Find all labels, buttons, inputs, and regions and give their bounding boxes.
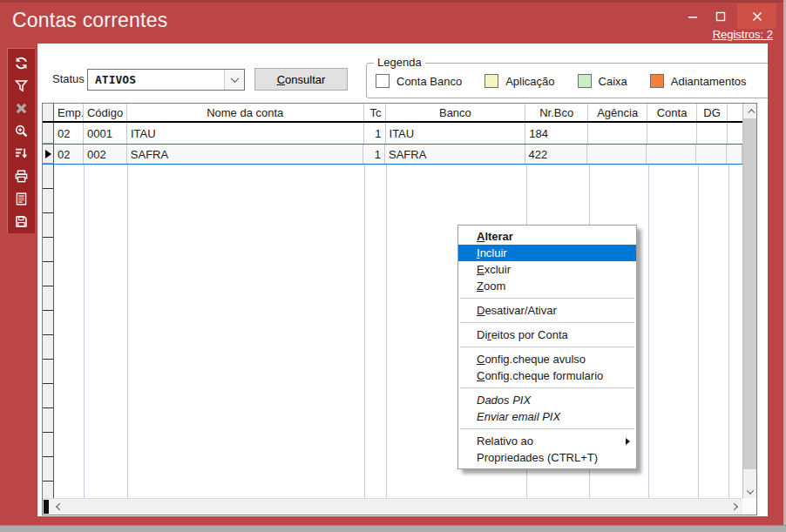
toolbar-filter-button[interactable]	[9, 74, 35, 97]
app-window: Contas correntes Registros: 2 Status ATI…	[0, 0, 786, 532]
table-row[interactable]: 02002SAFRA1SAFRA422	[43, 144, 743, 165]
toolbar-sort-button[interactable]	[9, 142, 35, 165]
legend-checkbox[interactable]	[484, 74, 498, 88]
row-selector-cell[interactable]	[43, 123, 54, 144]
combobox-dropdown-button[interactable]	[224, 70, 244, 90]
menu-item-direitos-por-conta[interactable]: Direitos por Conta	[458, 327, 636, 343]
scroll-down-button[interactable]	[743, 484, 756, 499]
grid-column-line	[386, 165, 387, 499]
horizontal-scrollbar-thumb[interactable]	[44, 500, 49, 514]
table-cell[interactable]: 02	[54, 123, 84, 144]
close-button[interactable]	[737, 3, 776, 29]
menu-item-propriedades-ctrl-t[interactable]: Propriedades (CTRL+T)	[458, 449, 636, 466]
toolbar-refresh-button[interactable]	[9, 51, 35, 74]
window-edge-bottom	[0, 525, 786, 532]
menu-item-alterar[interactable]: Alterar	[458, 228, 636, 245]
legend-item-4: Adiantamentos	[650, 74, 747, 88]
menu-item-excluir[interactable]: Excluir	[458, 261, 636, 278]
table-cell[interactable]	[587, 145, 647, 164]
row-selector-cell[interactable]	[43, 433, 53, 457]
toolbar-report-button[interactable]	[9, 187, 35, 210]
horizontal-scrollbar[interactable]	[43, 498, 743, 515]
row-selector-cell[interactable]	[43, 408, 53, 433]
row-selector-cell[interactable]	[43, 457, 53, 481]
table-cell[interactable]: 422	[525, 145, 588, 164]
grid-column-header[interactable]: Emp.	[54, 104, 84, 121]
legend-checkbox[interactable]	[376, 74, 390, 88]
scroll-left-button[interactable]	[51, 499, 65, 515]
grid-column-header[interactable]	[728, 104, 743, 121]
row-selector-cell[interactable]	[43, 189, 53, 213]
table-cell[interactable]	[588, 123, 647, 144]
menu-item-config-cheque-formulario[interactable]: Config.cheque formulario	[458, 367, 636, 384]
table-cell[interactable]: 1	[364, 123, 386, 144]
menu-item-relativo-ao[interactable]: Relativo ao	[458, 433, 636, 449]
toolbar-delete-button[interactable]	[9, 97, 35, 119]
menu-item-config-cheque-avulso[interactable]: Config.cheque avulso	[458, 351, 636, 367]
table-row[interactable]: 020001ITAU1ITAU184	[43, 123, 743, 144]
row-selector-cell[interactable]	[43, 165, 53, 189]
grid-column-header[interactable]: Conta	[647, 104, 697, 121]
table-cell[interactable]: SAFRA	[127, 145, 363, 164]
status-combobox[interactable]: ATIVOS	[87, 69, 245, 91]
table-cell[interactable]	[697, 123, 728, 144]
consultar-button[interactable]: Consultar	[254, 68, 348, 91]
table-cell[interactable]: ITAU	[386, 123, 526, 144]
table-cell[interactable]	[696, 145, 727, 164]
grid-column-line	[698, 165, 699, 499]
table-cell[interactable]	[647, 145, 696, 164]
scroll-up-button[interactable]	[743, 104, 756, 118]
row-selector-cell[interactable]	[43, 360, 53, 384]
table-cell[interactable]	[727, 145, 742, 164]
grid-column-line	[127, 165, 128, 499]
table-cell[interactable]	[728, 123, 743, 144]
row-selector-cell[interactable]	[43, 238, 53, 262]
legend-groupbox: Legenda Conta BancoAplicaçãoCaixaAdianta…	[366, 63, 768, 98]
row-selector-cell[interactable]	[43, 335, 53, 360]
menu-item-incluir[interactable]: Incluir	[458, 245, 636, 261]
row-selector-cell[interactable]	[43, 145, 54, 164]
maximize-button[interactable]	[708, 3, 734, 29]
row-selector-cell[interactable]	[43, 262, 53, 286]
grid-column-header[interactable]: Agência	[588, 104, 647, 121]
grid-column-header[interactable]: DG	[697, 104, 728, 121]
table-cell[interactable]: 002	[84, 145, 127, 164]
row-selector-cell[interactable]	[43, 384, 53, 408]
row-selector-cell[interactable]	[43, 286, 53, 311]
table-cell[interactable]: 1	[363, 145, 385, 164]
menu-item-dados-pix[interactable]: Dados PIX	[458, 392, 636, 408]
toolbar-save-button[interactable]	[9, 210, 35, 232]
menu-separator	[460, 322, 634, 323]
toolbar-print-button[interactable]	[9, 165, 35, 187]
vertical-scrollbar[interactable]	[742, 104, 756, 499]
table-cell[interactable]: SAFRA	[385, 145, 525, 164]
scroll-right-button[interactable]	[728, 499, 742, 515]
table-cell[interactable]	[647, 123, 697, 144]
table-cell[interactable]: 0001	[84, 123, 127, 144]
right-frame	[768, 44, 783, 525]
save-icon	[14, 214, 29, 229]
legend-checkbox[interactable]	[578, 74, 592, 88]
minimize-button[interactable]	[680, 3, 706, 29]
vertical-scrollbar-thumb[interactable]	[743, 118, 756, 469]
menu-item-desativar-ativar[interactable]: Desativar/Ativar	[458, 302, 636, 319]
grid-column-header[interactable]: Tc	[364, 104, 386, 121]
grid-column-header[interactable]: Banco	[386, 104, 526, 121]
print-icon	[14, 169, 29, 184]
current-row-indicator	[45, 150, 51, 158]
legend-checkbox[interactable]	[650, 74, 664, 88]
toolbar-zoom-button[interactable]	[9, 119, 35, 142]
menu-item-enviar-email-pix[interactable]: Enviar email PIX	[458, 408, 636, 425]
registros-link[interactable]: Registros: 2	[713, 28, 773, 41]
table-cell[interactable]: ITAU	[127, 123, 364, 144]
grid-column-header[interactable]: Nome da conta	[127, 104, 364, 121]
row-selector-cell[interactable]	[43, 213, 53, 238]
row-selector-cell[interactable]	[43, 311, 53, 335]
accounts-grid: Emp.CódigoNome da contaTcBancoNr.BcoAgên…	[42, 103, 757, 515]
table-cell[interactable]: 02	[54, 145, 84, 164]
table-cell[interactable]: 184	[525, 123, 588, 144]
menu-item-zoom[interactable]: Zoom	[458, 278, 636, 294]
grid-column-header[interactable]: Código	[84, 104, 127, 121]
grid-column-header[interactable]: Nr.Bco	[525, 104, 588, 121]
row-selector-cell[interactable]	[43, 481, 53, 499]
